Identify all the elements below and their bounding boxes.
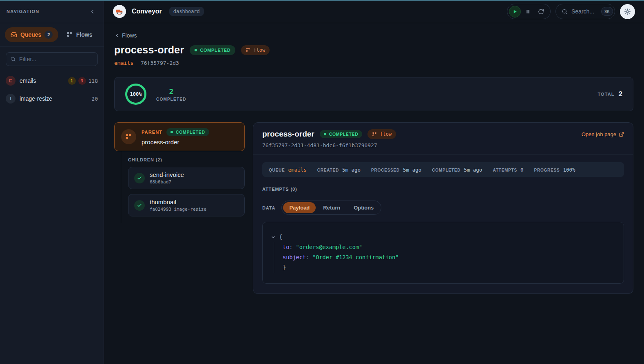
meta-label: PROGRESS xyxy=(534,168,560,172)
json-open-brace: { xyxy=(279,232,282,242)
detail-title-row: process-order COMPLETED flow xyxy=(262,129,624,139)
theme-toggle-button[interactable] xyxy=(620,4,635,19)
polling-controls xyxy=(507,4,551,19)
json-string-value: "orders@example.com" xyxy=(296,244,363,250)
check-icon xyxy=(134,200,145,211)
meta-queue: QUEUE emails xyxy=(269,167,307,173)
play-button[interactable] xyxy=(509,6,521,18)
completed-stat: 2 COMPLETED xyxy=(156,87,186,101)
sidebar-tab-queues[interactable]: Queues 2 xyxy=(5,27,58,42)
search-input[interactable] xyxy=(571,8,598,15)
flow-type-label: flow xyxy=(253,47,265,53)
attempts-section-label: ATTEMPTS (0) xyxy=(262,187,624,192)
status-label: COMPLETED xyxy=(329,132,359,137)
meta-completed: COMPLETED 5m ago xyxy=(432,167,482,173)
tab-options[interactable]: Options xyxy=(347,202,380,213)
meta-created: CREATED 5m ago xyxy=(317,167,361,173)
search-icon xyxy=(562,9,568,15)
queue-row-image-resize[interactable]: I image-resize 20 xyxy=(0,90,104,108)
completed-stat-label: COMPLETED xyxy=(156,97,186,101)
meta-progress: PROGRESS 100% xyxy=(534,167,575,173)
flow-summary-card: 100% 2 COMPLETED TOTAL 2 xyxy=(114,77,633,111)
job-subtitle: emails 76f35797-2d3 xyxy=(114,60,633,66)
check-icon xyxy=(134,173,145,183)
job-queue-name: emails xyxy=(114,60,133,66)
search-icon xyxy=(10,56,16,62)
app-name: Conveyor xyxy=(132,8,162,15)
json-body: to: "orders@example.com" subject: "Order… xyxy=(274,242,615,273)
workflow-icon xyxy=(372,132,377,137)
detail-job-title: process-order xyxy=(262,130,314,139)
refresh-button[interactable] xyxy=(535,7,547,17)
inbox-icon xyxy=(11,31,17,38)
chevron-left-icon xyxy=(114,33,120,38)
meta-value: 5m ago xyxy=(464,167,482,173)
queue-total-count: 20 xyxy=(91,96,98,102)
queue-badges: 1 3 118 xyxy=(68,77,98,85)
status-dot xyxy=(170,131,173,133)
sidebar-collapse-button[interactable] xyxy=(88,7,97,16)
meta-label: COMPLETED xyxy=(432,168,460,172)
child-job-card[interactable]: thumbnail fa024993 image-resize xyxy=(128,194,245,216)
page-title-row: process-order COMPLETED flow xyxy=(114,44,633,56)
pause-icon xyxy=(525,9,531,14)
children-section: CHILDREN (2) send-invoice 68b6bad7 xyxy=(121,151,245,223)
meta-label: QUEUE xyxy=(269,168,285,172)
workflow-icon xyxy=(246,47,251,53)
child-job-name: thumbnail xyxy=(150,199,206,205)
main-area: Conveyor dashboard xyxy=(104,0,644,364)
filter-box[interactable] xyxy=(6,52,98,66)
open-job-page-label: Open job page xyxy=(582,131,616,137)
child-job-card[interactable]: send-invoice 68b6bad7 xyxy=(128,167,245,189)
child-card-body: thumbnail fa024993 image-resize xyxy=(150,199,206,212)
global-search[interactable]: ⌘K xyxy=(555,4,615,19)
parent-job-name: process-order xyxy=(142,139,209,146)
json-close-brace: } xyxy=(283,264,286,271)
dashboard-badge: dashboard xyxy=(169,7,204,16)
status-badge: COMPLETED xyxy=(320,130,363,138)
queue-avatar: E xyxy=(6,76,15,86)
top-accent-line xyxy=(0,0,644,1)
parent-job-card[interactable]: PARENT COMPLETED process-order xyxy=(114,122,245,151)
sidebar-tab-flows[interactable]: Flows xyxy=(60,28,99,41)
data-tabs-row: DATA Payload Return Options xyxy=(262,201,624,215)
search-shortcut-chip: ⌘K xyxy=(601,7,613,16)
total-group: TOTAL 2 xyxy=(598,90,622,98)
meta-value: 5m ago xyxy=(403,167,421,173)
meta-processed: PROCESSED 5m ago xyxy=(371,167,421,173)
status-dot xyxy=(324,133,326,135)
breadcrumb[interactable]: Flows xyxy=(114,32,137,39)
children-label: CHILDREN (2) xyxy=(128,151,245,167)
tab-payload[interactable]: Payload xyxy=(283,202,316,213)
sun-icon xyxy=(624,8,631,15)
sidebar-header: NAVIGATION xyxy=(0,0,104,23)
flow-type-label: flow xyxy=(380,131,392,137)
topbar-actions: ⌘K xyxy=(507,4,635,19)
filter-input[interactable] xyxy=(19,56,93,62)
status-label: COMPLETED xyxy=(200,48,230,53)
active-count-badge: 1 xyxy=(68,77,76,85)
meta-value: 0 xyxy=(520,167,524,173)
job-meta-strip: QUEUE emails CREATED 5m ago PROCESSED 5m… xyxy=(262,162,624,177)
truck-icon xyxy=(115,7,124,15)
meta-label: ATTEMPTS xyxy=(493,168,517,172)
meta-value: 5m ago xyxy=(342,167,361,173)
total-value: 2 xyxy=(619,90,622,98)
job-detail-panel: process-order COMPLETED flow xyxy=(253,122,633,294)
json-colon: : xyxy=(306,254,309,260)
pause-button[interactable] xyxy=(522,7,533,16)
flow-tree: PARENT COMPLETED process-order CHILDREN … xyxy=(114,122,245,223)
json-string-value: "Order #1234 confirmation" xyxy=(312,254,398,260)
parent-card-header: PARENT COMPLETED xyxy=(142,128,209,136)
meta-value: 100% xyxy=(563,167,575,173)
parent-card-body: PARENT COMPLETED process-order xyxy=(142,128,209,146)
queue-row-emails[interactable]: E emails 1 3 118 xyxy=(0,72,104,90)
tab-return[interactable]: Return xyxy=(317,202,346,213)
flow-type-badge: flow xyxy=(241,45,270,55)
status-label: COMPLETED xyxy=(176,130,205,135)
json-key: subject xyxy=(283,254,306,260)
chevron-down-icon[interactable] xyxy=(271,235,276,240)
open-job-page-link[interactable]: Open job page xyxy=(582,131,624,137)
data-tab-group: Payload Return Options xyxy=(281,201,381,215)
parent-label: PARENT xyxy=(142,130,162,135)
